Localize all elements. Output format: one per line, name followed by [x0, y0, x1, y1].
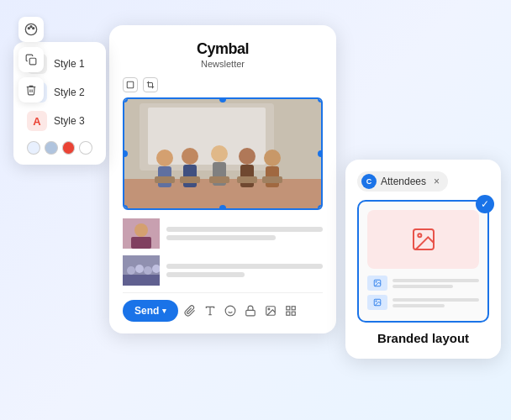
- svg-point-18: [264, 150, 281, 166]
- main-image: [124, 99, 321, 208]
- preview-row-2: [367, 295, 479, 310]
- color-swatches: [22, 141, 97, 155]
- svg-point-14: [211, 145, 228, 162]
- svg-rect-23: [237, 176, 257, 183]
- svg-rect-39: [246, 310, 256, 315]
- svg-rect-33: [123, 275, 160, 286]
- newsletter-subtitle: Newsletter: [123, 59, 323, 69]
- attendees-chip: C Attendees ×: [357, 171, 448, 192]
- style-3-item[interactable]: A Style 3: [22, 108, 97, 134]
- image-crop-icon[interactable]: [143, 77, 158, 92]
- preview-lines-2: [392, 298, 479, 307]
- style-3-label: Style 3: [54, 115, 85, 127]
- svg-point-16: [239, 148, 256, 165]
- handle-tr[interactable]: [318, 97, 323, 102]
- text-line: [166, 272, 245, 277]
- bottom-toolbar: Send ▾: [123, 292, 323, 322]
- svg-point-30: [135, 265, 144, 273]
- newsletter-card: Cymbal Newsletter: [109, 25, 336, 333]
- svg-rect-4: [29, 58, 36, 65]
- swatch-white[interactable]: [79, 141, 92, 155]
- lock-icon[interactable]: [244, 304, 257, 318]
- preview-row-1: [367, 276, 479, 291]
- handle-bl[interactable]: [123, 205, 128, 210]
- preview-line: [392, 298, 479, 302]
- preview-line: [392, 285, 453, 288]
- svg-point-2: [30, 26, 32, 28]
- thumbnail-2: [123, 255, 160, 286]
- attendees-label: Attendees: [381, 176, 426, 187]
- preview-line: [392, 279, 479, 282]
- svg-rect-44: [292, 312, 296, 315]
- svg-rect-43: [292, 307, 296, 310]
- branded-title: Branded layout: [357, 331, 489, 345]
- svg-point-36: [226, 306, 236, 316]
- copy-icon-btn[interactable]: [18, 47, 44, 72]
- trash-icon-btn[interactable]: [18, 77, 44, 102]
- svg-rect-5: [127, 81, 134, 88]
- handle-br[interactable]: [318, 205, 323, 210]
- palette-icon-btn[interactable]: [18, 17, 44, 42]
- svg-rect-22: [209, 176, 229, 183]
- content-row-1: [123, 218, 323, 249]
- main-image-container[interactable]: [123, 97, 323, 210]
- text-lines-1: [166, 227, 323, 240]
- svg-rect-24: [262, 176, 282, 183]
- check-icon: ✓: [481, 198, 489, 210]
- preview-thumb-1: [367, 276, 387, 291]
- text-lines-2: [166, 264, 323, 277]
- close-chip-icon[interactable]: ×: [434, 176, 440, 187]
- swatch-steel[interactable]: [45, 141, 58, 155]
- newsletter-brand: Cymbal: [123, 40, 323, 58]
- svg-rect-21: [180, 176, 200, 183]
- svg-point-47: [418, 234, 421, 237]
- svg-rect-13: [183, 165, 197, 187]
- image-resize-icon[interactable]: [123, 77, 138, 92]
- svg-point-41: [268, 308, 270, 310]
- thumbnail-1: [123, 218, 160, 249]
- preview-thumb-2: [367, 295, 387, 310]
- preview-lines-1: [392, 279, 479, 288]
- svg-point-49: [376, 281, 377, 282]
- style-1-label: Style 1: [54, 58, 85, 70]
- svg-point-26: [134, 223, 148, 237]
- text-line: [166, 235, 276, 240]
- image-toolbar: [123, 76, 323, 94]
- toolbar-icons: [183, 304, 298, 318]
- svg-rect-27: [131, 237, 151, 249]
- svg-point-1: [28, 28, 29, 29]
- branded-card-header: C Attendees ×: [357, 171, 489, 192]
- text-line: [166, 264, 323, 269]
- branded-preview[interactable]: ✓: [357, 200, 489, 323]
- branded-card: C Attendees × ✓: [345, 160, 501, 359]
- svg-point-12: [182, 148, 198, 165]
- swatch-blue[interactable]: [27, 141, 40, 155]
- left-icon-bar: [18, 17, 44, 102]
- handle-bm[interactable]: [219, 205, 226, 210]
- check-badge: ✓: [476, 195, 494, 213]
- svg-point-10: [156, 150, 173, 166]
- text-icon[interactable]: [203, 304, 217, 318]
- attachment-icon[interactable]: [183, 304, 197, 318]
- send-chevron: ▾: [162, 307, 166, 315]
- newsletter-header: Cymbal Newsletter: [123, 40, 323, 69]
- svg-rect-42: [287, 307, 290, 310]
- grid-icon[interactable]: [284, 304, 298, 318]
- image-icon[interactable]: [264, 304, 277, 318]
- svg-point-51: [376, 301, 377, 302]
- chip-icon: C: [361, 174, 377, 189]
- emoji-icon[interactable]: [224, 304, 237, 318]
- chip-letter: C: [366, 177, 372, 186]
- svg-rect-17: [240, 165, 254, 187]
- svg-point-29: [127, 266, 135, 275]
- svg-rect-45: [287, 312, 290, 315]
- swatch-red[interactable]: [62, 141, 76, 155]
- text-line: [166, 227, 323, 232]
- preview-main-image: [367, 210, 479, 269]
- content-row-2: [123, 255, 323, 286]
- send-button[interactable]: Send ▾: [123, 300, 178, 322]
- handle-mr[interactable]: [318, 150, 323, 157]
- svg-rect-20: [155, 176, 175, 183]
- style-3-letter: A: [27, 111, 47, 131]
- style-2-label: Style 2: [54, 87, 85, 98]
